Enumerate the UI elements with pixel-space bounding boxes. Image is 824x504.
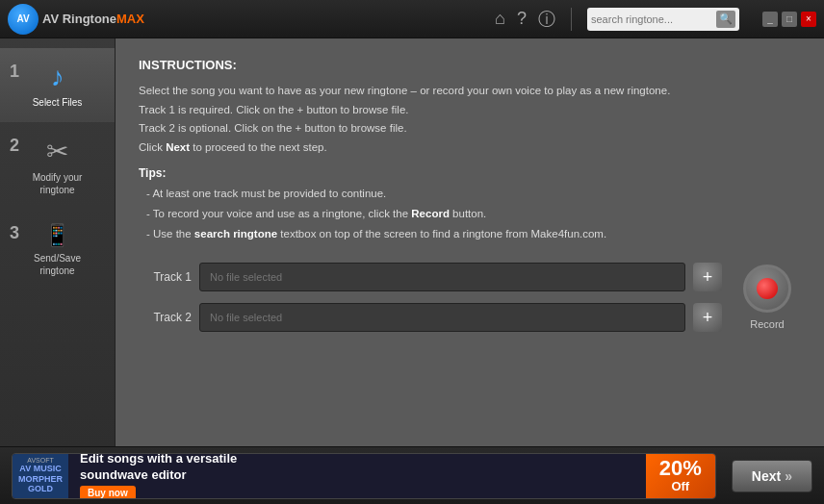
instructions-body: Select the song you want to have as your… bbox=[139, 82, 801, 157]
sidebar-label-select-files: Select Files bbox=[33, 96, 83, 109]
sidebar-item-send-save[interactable]: 3 📱 Send/Saveringtone bbox=[0, 210, 115, 290]
music-icon: ♪ bbox=[51, 62, 64, 92]
search-box[interactable]: 🔍 bbox=[587, 8, 739, 31]
next-label: Next bbox=[752, 468, 781, 484]
tip-3: - Use the search ringtone textbox on top… bbox=[146, 224, 801, 244]
close-button[interactable]: × bbox=[801, 12, 816, 27]
instructions-title: INSTRUCTIONS: bbox=[139, 58, 801, 72]
sidebar-label-send-save: Send/Saveringtone bbox=[34, 252, 81, 277]
window-controls: _ □ × bbox=[762, 12, 816, 27]
product-name-label: AV MUSICMORPHER GOLD bbox=[14, 464, 66, 494]
maximize-button[interactable]: □ bbox=[782, 12, 797, 27]
buy-now-button[interactable]: Buy now bbox=[80, 486, 136, 498]
ad-banner[interactable]: AVSOFT AV MUSICMORPHER GOLD Edit songs w… bbox=[12, 453, 716, 499]
sidebar-item-select-files[interactable]: 1 ♪ Select Files bbox=[0, 48, 115, 122]
track-2-add-button[interactable]: + bbox=[693, 303, 722, 332]
logo-icon: AV bbox=[8, 4, 39, 35]
discount-percent: 20% bbox=[659, 457, 702, 480]
record-button[interactable] bbox=[743, 265, 791, 313]
tips-section: Tips: - At least one track must be provi… bbox=[139, 166, 801, 243]
sidebar-label-modify: Modify yourringtone bbox=[33, 171, 83, 196]
home-icon[interactable]: ⌂ bbox=[495, 9, 505, 29]
track-2-input[interactable] bbox=[199, 303, 685, 332]
discount-off: Off bbox=[659, 480, 702, 493]
next-button[interactable]: Next » bbox=[732, 460, 812, 492]
step-1-number: 1 bbox=[10, 62, 19, 82]
sidebar: 1 ♪ Select Files 2 ✂ Modify yourringtone… bbox=[0, 38, 116, 446]
scissors-icon: ✂ bbox=[46, 136, 68, 167]
ad-discount: 20% Off bbox=[646, 453, 715, 499]
track-1-input[interactable] bbox=[199, 263, 685, 291]
track-1-add-button[interactable]: + bbox=[693, 263, 722, 291]
app-title: AV RingtoneMAX bbox=[42, 12, 144, 26]
tracks-inputs: Track 1 + Track 2 + bbox=[139, 263, 722, 332]
sidebar-item-modify[interactable]: 2 ✂ Modify yourringtone bbox=[0, 122, 115, 210]
track-2-label: Track 2 bbox=[139, 311, 192, 324]
avsoft-label: AVSOFT bbox=[27, 457, 53, 464]
nav-icons: ⌂ ? ⓘ 🔍 bbox=[495, 8, 739, 31]
chevron-right-icon: » bbox=[785, 468, 792, 484]
info-icon[interactable]: ⓘ bbox=[538, 8, 555, 31]
content-area: INSTRUCTIONS: Select the song you want t… bbox=[116, 38, 824, 446]
ad-logo: AVSOFT AV MUSICMORPHER GOLD bbox=[13, 453, 68, 499]
tip-1: - At least one track must be provided to… bbox=[146, 184, 801, 204]
separator bbox=[571, 8, 572, 31]
main-layout: 1 ♪ Select Files 2 ✂ Modify yourringtone… bbox=[0, 38, 824, 446]
record-label: Record bbox=[750, 318, 784, 330]
step-3-number: 3 bbox=[10, 223, 19, 243]
title-bar: AV AV RingtoneMAX ⌂ ? ⓘ 🔍 _ □ × bbox=[0, 0, 824, 38]
tips-list: - At least one track must be provided to… bbox=[139, 184, 801, 243]
ad-main-text: Edit songs with a versatilesoundwave edi… bbox=[80, 453, 634, 484]
tracks-section: Track 1 + Track 2 + Record bbox=[139, 263, 801, 332]
minimize-button[interactable]: _ bbox=[762, 12, 778, 27]
ad-content: Edit songs with a versatilesoundwave edi… bbox=[68, 453, 646, 499]
record-dot-icon bbox=[757, 278, 778, 299]
track-2-row: Track 2 + bbox=[139, 303, 722, 332]
app-logo: AV AV RingtoneMAX bbox=[8, 4, 144, 35]
search-input[interactable] bbox=[591, 13, 716, 25]
track-1-label: Track 1 bbox=[139, 270, 192, 284]
search-button[interactable]: 🔍 bbox=[716, 11, 735, 28]
record-section: Record bbox=[734, 265, 801, 330]
bottom-bar: AVSOFT AV MUSICMORPHER GOLD Edit songs w… bbox=[0, 446, 824, 504]
tip-2: - To record your voice and use as a ring… bbox=[146, 204, 801, 224]
tips-title: Tips: bbox=[139, 166, 801, 180]
help-icon[interactable]: ? bbox=[517, 9, 527, 29]
step-2-number: 2 bbox=[10, 136, 19, 156]
track-1-row: Track 1 + bbox=[139, 263, 722, 291]
phone-icon: 📱 bbox=[44, 223, 70, 248]
